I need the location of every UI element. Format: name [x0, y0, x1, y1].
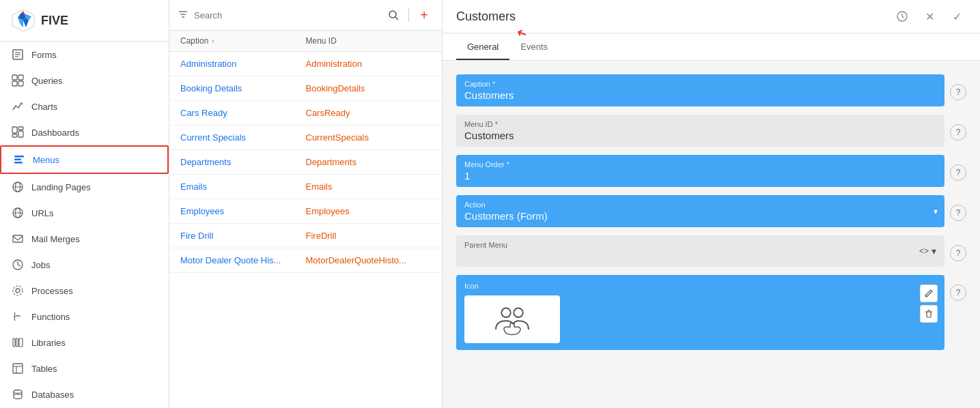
menu-id-help-button[interactable]: ? [950, 124, 966, 141]
table-row[interactable]: Fire Drill FireDrill [169, 224, 442, 248]
svg-rect-36 [13, 364, 23, 373]
table-row[interactable]: Administration Administration [169, 52, 442, 76]
svg-rect-11 [18, 75, 23, 80]
menu-id-value[interactable]: Customers [464, 130, 936, 141]
search-button[interactable] [384, 5, 403, 25]
sidebar-item-label-dashboards: Dashboards [31, 128, 79, 138]
menu-id-label: Menu ID * [464, 120, 936, 128]
svg-rect-13 [18, 81, 23, 86]
save-button[interactable]: ✓ [947, 7, 966, 26]
table-header: Caption ↑ Menu ID [169, 31, 442, 52]
forms-icon [11, 48, 25, 61]
sidebar-item-landing-pages[interactable]: Landing Pages [0, 174, 169, 200]
svg-line-50 [395, 17, 398, 20]
add-button[interactable]: + [415, 5, 434, 25]
sidebar-item-label-functions: Functions [31, 312, 70, 322]
icon-help-button[interactable]: ? [950, 285, 966, 301]
processes-icon [11, 284, 25, 297]
cell-menuid-fire-drill: FireDrill [306, 231, 432, 241]
middle-panel: + Caption ↑ Menu ID Administration Admin… [169, 0, 443, 408]
sidebar-item-databases[interactable]: Databases [0, 381, 169, 407]
caption-field-container: Caption * Customers [456, 74, 944, 106]
svg-rect-33 [13, 338, 15, 347]
libraries-icon [11, 336, 25, 349]
sidebar-item-queries[interactable]: Queries [0, 68, 169, 93]
table-row[interactable]: Cars Ready CarsReady [169, 101, 442, 126]
sidebar-item-label-charts: Charts [31, 102, 57, 112]
sidebar-item-mail-merges[interactable]: Mail Merges [0, 226, 169, 252]
sidebar-item-label-landing-pages: Landing Pages [31, 182, 91, 192]
icon-label: Icon [464, 282, 936, 290]
svg-marker-1 [20, 11, 25, 14]
sidebar-item-menus[interactable]: Menus [0, 145, 169, 174]
table-row[interactable]: Employees Employees [169, 199, 442, 224]
svg-rect-27 [13, 235, 23, 242]
icon-edit-button[interactable] [920, 285, 938, 302]
landing-pages-icon [11, 180, 25, 194]
svg-rect-12 [12, 81, 17, 86]
parent-menu-code-icon[interactable]: <> [919, 246, 929, 256]
svg-line-30 [18, 265, 20, 266]
toolbar-separator [408, 8, 409, 22]
table-row[interactable]: Motor Dealer Quote His... MotorDealerQuo… [169, 248, 442, 273]
parent-menu-value[interactable] [464, 250, 507, 261]
sidebar-item-charts[interactable]: Charts [0, 93, 169, 119]
form-row-caption: Caption * Customers ? [456, 74, 966, 106]
search-input[interactable] [194, 10, 378, 20]
queries-icon [11, 74, 25, 87]
cell-caption-employees: Employees [180, 206, 306, 216]
svg-rect-35 [19, 338, 23, 347]
caption-field: Caption * Customers [456, 74, 944, 106]
table-row[interactable]: Departments Departments [169, 150, 442, 175]
close-button[interactable]: ✕ [920, 7, 939, 26]
cell-caption-emails: Emails [180, 181, 306, 192]
history-button[interactable] [893, 7, 912, 26]
menu-order-field: Menu Order * 1 [456, 155, 944, 187]
cell-menuid-employees: Employees [306, 206, 432, 216]
table-row[interactable]: Emails Emails [169, 175, 442, 199]
parent-menu-label: Parent Menu [464, 241, 507, 249]
sidebar-item-functions[interactable]: Functions [0, 304, 169, 330]
page-title: Customers [456, 10, 893, 24]
sidebar-item-jobs[interactable]: Jobs [0, 252, 169, 278]
databases-icon [11, 388, 25, 401]
action-help-button[interactable]: ? [950, 205, 966, 221]
cell-caption-departments: Departments [180, 157, 306, 167]
parent-menu-help-button[interactable]: ? [950, 245, 966, 261]
table-rows: Administration Administration Booking De… [169, 52, 442, 408]
jobs-icon [11, 258, 25, 272]
cell-menuid-cars-ready: CarsReady [306, 108, 432, 118]
icon-delete-button[interactable] [920, 305, 938, 323]
cell-menuid-emails: Emails [306, 181, 432, 192]
caption-value[interactable]: Customers [464, 89, 936, 101]
sidebar-item-libraries[interactable]: Libraries [0, 330, 169, 355]
action-value[interactable]: Customers (Form) [464, 210, 936, 222]
table-row[interactable]: Booking Details BookingDetails [169, 76, 442, 101]
form-area: Caption * Customers ? Menu ID * Customer… [443, 61, 980, 408]
sidebar-item-label-menus: Menus [33, 155, 59, 165]
caption-help-button[interactable]: ? [950, 84, 966, 100]
sidebar-item-processes[interactable]: Processes [0, 278, 169, 304]
action-dropdown-icon: ▾ [934, 207, 938, 216]
svg-rect-19 [14, 159, 21, 161]
sidebar-item-urls[interactable]: URLs [0, 200, 169, 226]
icon-svg-preview [492, 299, 533, 340]
menu-order-help-button[interactable]: ? [950, 164, 966, 181]
sidebar-item-label-databases: Databases [31, 390, 74, 400]
menus-icon [12, 153, 26, 166]
sidebar-item-dashboards[interactable]: Dashboards [0, 119, 169, 145]
column-header-menu-id: Menu ID [306, 36, 432, 46]
sidebar-item-tables[interactable]: Tables [0, 355, 169, 381]
tab-events[interactable]: Events ➜ [509, 33, 559, 60]
table-row[interactable]: Current Specials CurrentSpecials [169, 126, 442, 150]
cell-menuid-current-specials: CurrentSpecials [306, 132, 432, 143]
tab-general[interactable]: General [456, 33, 509, 60]
svg-rect-17 [12, 134, 17, 137]
menu-order-value[interactable]: 1 [464, 170, 936, 181]
middle-toolbar: + [169, 0, 442, 31]
sidebar-item-forms[interactable]: Forms [0, 42, 169, 68]
parent-menu-field-container: Parent Menu <> ▾ [456, 235, 944, 267]
parent-menu-dropdown-icon[interactable]: ▾ [932, 246, 936, 257]
icon-preview [464, 295, 560, 343]
parent-menu-icons: <> ▾ [919, 246, 936, 257]
